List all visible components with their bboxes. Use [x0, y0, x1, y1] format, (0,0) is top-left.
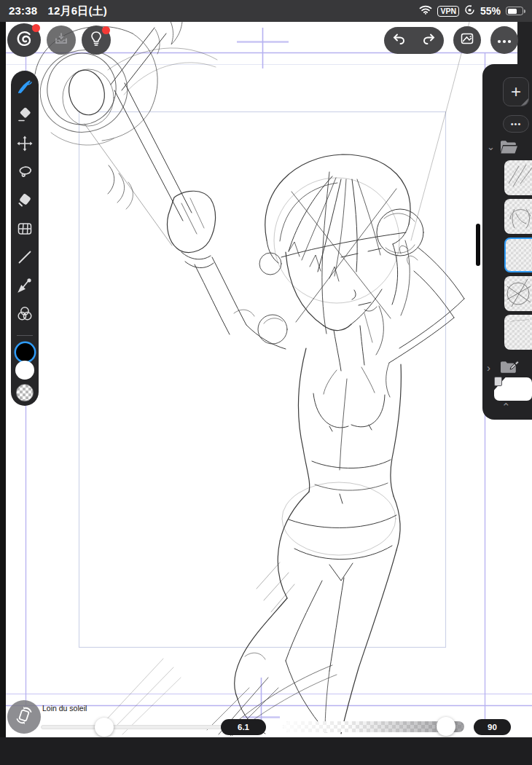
- layer-thumbnail[interactable]: [504, 199, 532, 234]
- undo-button[interactable]: [392, 33, 406, 49]
- drawing-canvas[interactable]: [6, 22, 532, 737]
- notification-dot: [102, 26, 110, 34]
- redo-button[interactable]: [422, 33, 436, 49]
- vpn-badge: VPN: [437, 6, 459, 17]
- layer-thumbnail[interactable]: [504, 276, 532, 311]
- clock: 23:38: [9, 4, 37, 18]
- clip-studio-logo-icon: [15, 29, 34, 51]
- rotate-canvas-button[interactable]: [7, 700, 41, 734]
- app-screen: 23:38 12月6日(土) VPN 55%: [0, 0, 532, 765]
- opacity-slider-thumb[interactable]: [437, 717, 455, 736]
- wifi-icon: [419, 5, 432, 17]
- color-swatch-white[interactable]: [15, 361, 34, 380]
- tool-palette: [11, 71, 39, 406]
- notification-dot: [32, 24, 40, 32]
- tool-line[interactable]: [16, 248, 34, 266]
- sketch-artwork: [6, 22, 532, 737]
- folder-open-icon[interactable]: [498, 138, 519, 159]
- panel-edge: [517, 22, 532, 70]
- tool-pen[interactable]: [16, 78, 34, 95]
- layer-thumbnail-selected[interactable]: [504, 238, 532, 272]
- publish-button[interactable]: [47, 26, 76, 55]
- layer-thumbnail[interactable]: [504, 160, 532, 195]
- app-menu-button[interactable]: [7, 23, 41, 57]
- brush-size-value: 6.1: [221, 719, 266, 735]
- color-swatch-transparent[interactable]: [16, 384, 34, 401]
- chevron-right-icon[interactable]: ›: [487, 361, 490, 374]
- brush-name-label: Loin du soleil: [42, 704, 87, 713]
- color-swatch-black[interactable]: [16, 343, 34, 361]
- reference-image-icon: [460, 31, 474, 49]
- layers-scrollbar[interactable]: [476, 224, 480, 266]
- battery-icon: [506, 7, 523, 15]
- tool-lasso[interactable]: [16, 163, 34, 181]
- undo-redo-group: [384, 27, 444, 54]
- reference-image-button[interactable]: [453, 26, 481, 54]
- publish-tray-icon: [54, 31, 69, 49]
- tool-fill[interactable]: [16, 192, 34, 209]
- add-layer-button[interactable]: +: [503, 77, 529, 106]
- home-bar-area: [0, 737, 532, 765]
- ellipsis-icon: •••: [511, 119, 522, 128]
- rotate-device-icon: [13, 705, 35, 729]
- tool-grid[interactable]: [16, 220, 34, 238]
- tool-eraser[interactable]: [16, 106, 34, 124]
- more-button[interactable]: [490, 26, 518, 54]
- lightbulb-icon: [89, 31, 103, 50]
- tool-color-wheel[interactable]: [16, 305, 34, 323]
- tool-eyedropper[interactable]: [16, 277, 34, 294]
- opacity-value: 90: [474, 719, 511, 735]
- paper-layer-icon: [494, 377, 502, 386]
- battery-percent: 55%: [480, 5, 501, 17]
- date: 12月6日(土): [47, 4, 107, 18]
- layer-options-button[interactable]: •••: [503, 115, 529, 133]
- status-bar: 23:38 12月6日(土) VPN 55%: [0, 0, 532, 22]
- chevron-down-icon[interactable]: ⌄: [487, 141, 495, 152]
- brush-size-slider-thumb[interactable]: [95, 718, 114, 737]
- plus-icon: +: [511, 82, 521, 102]
- orientation-lock-icon: [464, 4, 475, 17]
- tool-move[interactable]: [16, 135, 34, 152]
- toolbar-divider: [17, 335, 33, 336]
- brush-size-slider[interactable]: [41, 725, 224, 729]
- tips-button[interactable]: [82, 26, 111, 55]
- collapse-panel-chevron[interactable]: ⌃: [501, 401, 511, 414]
- layer-thumbnail[interactable]: [504, 315, 532, 350]
- ellipsis-icon: [497, 34, 512, 47]
